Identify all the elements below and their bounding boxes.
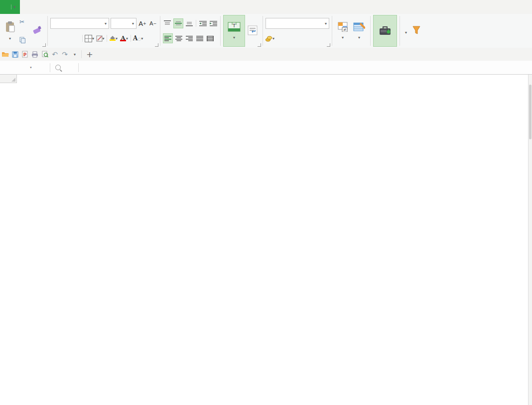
merge-group: T ▾ [221, 14, 262, 48]
chevron-down-icon: ▾ [325, 21, 327, 26]
chevron-down-icon: ▾ [105, 21, 107, 26]
paste-button[interactable]: ▾ [2, 16, 18, 46]
clipboard-group: ▾ ✂ [0, 14, 47, 48]
redo-button[interactable]: ↷ [60, 48, 70, 61]
dialog-launcher-icon[interactable] [258, 43, 261, 47]
toolbox-icon [379, 25, 392, 35]
fill-color-button[interactable]: ▾ [109, 34, 118, 43]
coins-icon [266, 35, 272, 42]
table-style-icon [353, 22, 365, 32]
increase-indent-button[interactable] [209, 19, 218, 28]
currency-button[interactable]: ▾ [266, 34, 274, 43]
draw-border-icon [96, 35, 103, 42]
align-right-button[interactable] [185, 34, 194, 43]
paint-bucket-icon [110, 36, 116, 41]
draw-border-button[interactable]: ▾ [96, 34, 105, 43]
chevron-down-icon: ▾ [30, 65, 32, 70]
dialog-launcher-icon[interactable] [327, 43, 330, 47]
align-top-button[interactable] [163, 19, 172, 28]
sum-button[interactable]: ▾ [402, 16, 409, 46]
svg-text:≠: ≠ [343, 27, 347, 32]
conditional-format-button[interactable]: ≠ ▾ [335, 16, 351, 46]
conditional-format-icon: ≠ [337, 22, 348, 32]
underline-button[interactable] [71, 34, 80, 43]
merge-cells-icon: T [228, 22, 241, 32]
name-box[interactable]: ▾ [0, 61, 50, 74]
copy-button[interactable] [18, 36, 29, 44]
editing-group: ▾ [400, 14, 425, 48]
customize-toolbar-icon[interactable]: ▾ [70, 48, 80, 61]
styles-group: ≠ ▾ ▾ [333, 14, 370, 48]
dialog-launcher-icon[interactable] [155, 43, 158, 47]
chevron-down-icon[interactable]: ▾ [11, 4, 16, 9]
toolbox-group [371, 14, 399, 48]
wps-spreadsheet-app: ▾ ▾ ✂ [0, 0, 532, 405]
print-preview-button[interactable] [40, 48, 50, 61]
align-center-button[interactable] [174, 34, 183, 43]
comma-style-button[interactable] [286, 34, 295, 43]
borders-button[interactable]: ▾ [85, 34, 94, 43]
cut-button[interactable]: ✂ [18, 18, 29, 26]
number-format-select[interactable]: ▾ [266, 18, 329, 29]
format-painter-button[interactable] [29, 16, 45, 46]
print-button[interactable] [30, 48, 40, 61]
ribbon: ▾ ✂ [0, 14, 532, 48]
number-group: ▾ ▾ [264, 14, 331, 48]
decrease-decimal-button[interactable] [307, 34, 316, 43]
smart-toolbox-button[interactable] [373, 15, 397, 47]
paste-icon [4, 21, 15, 33]
italic-button[interactable] [61, 34, 70, 43]
percent-style-button[interactable] [276, 34, 285, 43]
select-all-corner[interactable] [0, 75, 17, 83]
menu-bar [20, 0, 532, 14]
filter-button[interactable] [409, 16, 423, 46]
distribute-button[interactable] [206, 34, 215, 43]
bold-button[interactable] [50, 34, 59, 43]
decrease-indent-button[interactable] [198, 19, 207, 28]
merge-center-button[interactable]: T ▾ [223, 15, 245, 47]
new-tab-button[interactable]: + [83, 48, 96, 61]
wps-logo[interactable]: ▾ [0, 0, 20, 14]
dialog-launcher-icon[interactable] [42, 43, 46, 47]
format-painter-icon [31, 25, 42, 36]
align-bottom-button[interactable] [185, 19, 194, 28]
scissors-icon: ✂ [19, 18, 24, 25]
funnel-icon [412, 25, 421, 35]
sheet-grid [0, 75, 532, 405]
copy-icon [19, 37, 25, 43]
document-bar: P ↶ ↷ ▾ + [0, 48, 532, 61]
insert-function-button[interactable] [65, 61, 78, 74]
justify-button[interactable] [195, 34, 204, 43]
undo-button[interactable]: ↶ [50, 48, 60, 61]
font-color-icon: A [120, 36, 126, 41]
border-grid-icon [85, 35, 92, 42]
increase-font-button[interactable]: A+ [138, 19, 147, 28]
svg-text:P: P [23, 52, 27, 57]
open-file-button[interactable] [0, 48, 10, 61]
export-pdf-button[interactable]: P [20, 48, 30, 61]
increase-decimal-button[interactable] [297, 34, 306, 43]
font-group: ▾ ▾ A+ A− ▾ ▾ [48, 14, 159, 48]
align-middle-button[interactable] [173, 18, 183, 28]
save-button[interactable] [10, 48, 20, 61]
align-left-button[interactable] [163, 33, 173, 43]
vertical-scrollbar[interactable] [528, 75, 532, 405]
chevron-down-icon: ▾ [9, 36, 11, 41]
alignment-group [161, 14, 220, 48]
search-icon[interactable] [50, 61, 65, 74]
font-color-button[interactable]: A ▾ [120, 34, 129, 43]
chevron-down-icon: ▾ [132, 21, 134, 26]
clear-format-button[interactable]: A◌▾ [133, 34, 143, 43]
font-name-select[interactable]: ▾ [50, 18, 109, 29]
svg-text:T: T [232, 23, 236, 28]
wrap-text-button[interactable] [245, 16, 260, 46]
title-bar: ▾ [0, 0, 532, 14]
font-size-select[interactable]: ▾ [111, 18, 136, 29]
decrease-font-button[interactable]: A− [148, 19, 157, 28]
scrollbar-thumb[interactable] [529, 85, 532, 139]
table-style-button[interactable]: ▾ [351, 16, 368, 46]
formula-bar: ▾ [0, 61, 532, 75]
char-shading-icon: A◌ [133, 35, 141, 42]
wrap-text-icon [248, 25, 258, 35]
